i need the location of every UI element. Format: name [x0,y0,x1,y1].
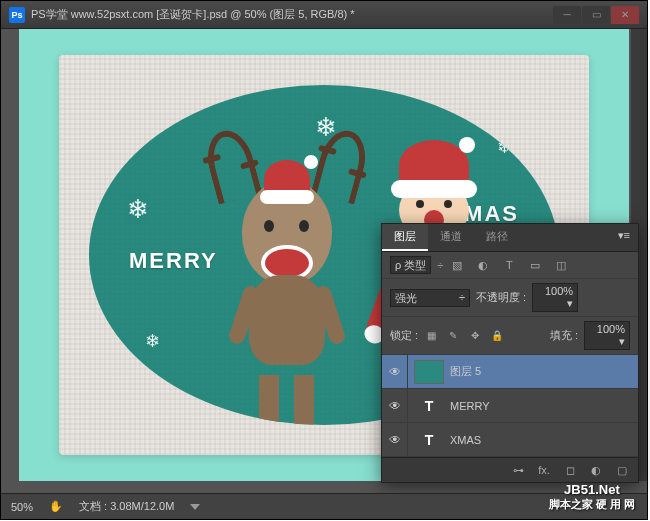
layer-list: 👁 图层 5 👁 T MERRY 👁 T XMAS [382,355,638,457]
opacity-label: 不透明度 : [476,290,526,305]
layer-fx-icon[interactable]: fx. [536,462,552,478]
layer-thumbnail[interactable] [414,360,444,384]
titlebar: Ps PS学堂 www.52psxt.com [圣诞贺卡].psd @ 50% … [1,1,647,29]
fill-input[interactable]: 100% ▾ [584,321,630,350]
layer-row[interactable]: 👁 T XMAS [382,423,638,457]
panel-footer: ⊶ fx. ◻ ◐ ▢ [382,457,638,482]
lock-row: 锁定 : ▦ ✎ ✥ 🔒 填充 : 100% ▾ [382,317,638,355]
hand-tool-icon[interactable]: ✋ [49,500,63,513]
layer-row[interactable]: 👁 图层 5 [382,355,638,389]
photoshop-window: Ps PS学堂 www.52psxt.com [圣诞贺卡].psd @ 50% … [0,0,648,520]
filter-pixel-icon[interactable]: ▧ [449,257,465,273]
layers-panel: 图层 通道 路径 ▾≡ ρ 类型 ÷ ▧ ◐ T ▭ ◫ 强光 ÷ 不透明度 :… [381,223,639,483]
visibility-eye-icon[interactable]: 👁 [382,423,408,456]
watermark: JB51.Net 脚本之家 硬 用 网 [549,482,635,511]
blend-row: 强光 ÷ 不透明度 : 100% ▾ [382,279,638,317]
blend-mode-select[interactable]: 强光 ÷ [390,289,470,307]
lock-transparency-icon[interactable]: ▦ [424,329,438,343]
minimize-button[interactable]: ─ [553,6,581,24]
zoom-level[interactable]: 50% [11,501,33,513]
lock-pixels-icon[interactable]: ✎ [446,329,460,343]
filter-row: ρ 类型 ÷ ▧ ◐ T ▭ ◫ [382,252,638,279]
panel-tabs: 图层 通道 路径 ▾≡ [382,224,638,252]
doc-size: 文档 : 3.08M/12.0M [79,499,174,514]
merry-text: MERRY [129,248,218,274]
adjustment-layer-icon[interactable]: ◐ [588,462,604,478]
filter-adjust-icon[interactable]: ◐ [475,257,491,273]
layer-name[interactable]: XMAS [450,434,638,446]
tab-channels[interactable]: 通道 [428,224,474,251]
panel-menu-icon[interactable]: ▾≡ [610,224,638,251]
reindeer-character [214,140,359,400]
fill-label: 填充 : [550,328,578,343]
layer-mask-icon[interactable]: ◻ [562,462,578,478]
visibility-eye-icon[interactable]: 👁 [382,355,408,388]
lock-label: 锁定 : [390,328,418,343]
layer-name[interactable]: MERRY [450,400,638,412]
layer-group-icon[interactable]: ▢ [614,462,630,478]
maximize-button[interactable]: ▭ [582,6,610,24]
layer-kind-filter[interactable]: ρ 类型 [390,256,431,274]
tab-paths[interactable]: 路径 [474,224,520,251]
link-layers-icon[interactable]: ⊶ [510,462,526,478]
lock-all-icon[interactable]: 🔒 [490,329,504,343]
flyout-icon[interactable] [190,504,200,510]
visibility-eye-icon[interactable]: 👁 [382,389,408,422]
tab-layers[interactable]: 图层 [382,224,428,251]
ps-app-icon: Ps [9,7,25,23]
opacity-input[interactable]: 100% ▾ [532,283,578,312]
filter-icons: ▧ ◐ T ▭ ◫ [449,257,569,273]
window-controls: ─ ▭ ✕ [553,6,639,24]
snowflake-icon: ❄ [127,194,149,225]
layer-name[interactable]: 图层 5 [450,364,638,379]
layer-thumbnail[interactable]: T [414,394,444,418]
filter-shape-icon[interactable]: ▭ [527,257,543,273]
layer-thumbnail[interactable]: T [414,428,444,452]
close-button[interactable]: ✕ [611,6,639,24]
filter-type-icon[interactable]: T [501,257,517,273]
filter-smart-icon[interactable]: ◫ [553,257,569,273]
document-title: PS学堂 www.52psxt.com [圣诞贺卡].psd @ 50% (图层… [31,7,553,22]
layer-row[interactable]: 👁 T MERRY [382,389,638,423]
lock-position-icon[interactable]: ✥ [468,329,482,343]
snowflake-icon: ❄ [145,330,160,352]
